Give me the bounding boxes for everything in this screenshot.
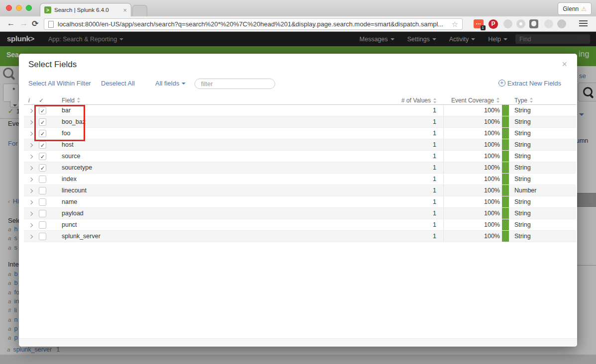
select-fields-modal: Select Fields × Select All Within Filter… [19,54,577,347]
table-row: ✓ splunk_server 1 100% String [24,231,576,242]
header-type[interactable]: Type [511,97,576,104]
table-row: ✓ index 1 100% String [24,174,576,185]
browser-profile-button[interactable]: Glenn ⚠ [558,2,592,15]
window-close-button[interactable] [6,5,12,11]
window-zoom-button[interactable] [26,5,32,11]
field-num-values: 1 [379,185,444,196]
coverage-bar [502,196,509,207]
field-checkbox[interactable]: ✓ [37,232,54,240]
field-name: index [54,176,379,182]
table-row: ✓ payload 1 100% String [24,208,576,219]
field-event-coverage: 100% [444,130,501,137]
extension-icon[interactable] [516,19,525,28]
field-num-values: 1 [379,174,444,184]
extension-icon[interactable] [529,19,538,28]
coverage-bar [502,219,509,230]
chevron-down-icon [182,83,186,85]
expand-row-button[interactable] [24,176,37,182]
table-row: ✓ linecount 1 100% Number [24,185,576,196]
browser-tab[interactable]: > Search | Splunk 6.4.0 × [40,3,131,16]
refresh-button[interactable]: ⟳ [32,19,38,28]
deselect-all-link[interactable]: Deselect All [101,80,135,87]
extension-icon[interactable] [544,19,553,28]
field-type: String [511,118,576,125]
field-type: String [511,130,576,137]
field-checkbox[interactable]: ✓ [37,152,54,160]
forward-button[interactable]: → [20,19,28,28]
header-event-coverage[interactable]: Event Coverage [444,97,501,104]
coverage-bar [502,185,509,196]
header-field[interactable]: Field [54,97,379,104]
field-event-coverage: 100% [444,198,501,205]
chevron-right-icon [28,212,32,216]
modal-footer [19,338,577,347]
sort-icon [497,97,500,103]
expand-row-button[interactable] [24,233,37,240]
header-num-values[interactable]: # of Values [379,96,444,104]
field-num-values: 1 [379,139,444,150]
modal-close-icon[interactable]: × [562,60,567,69]
warning-icon: ⚠ [581,5,587,12]
coverage-bar [502,208,509,219]
field-checkbox[interactable]: ✓ [37,198,54,205]
browser-menu-icon[interactable] [579,20,588,27]
expand-row-button[interactable] [24,164,37,171]
field-event-coverage: 100% [444,107,501,114]
field-name: splunk_server [54,233,379,240]
field-num-values: 1 [379,196,444,207]
extension-icon[interactable] [503,19,512,28]
expand-row-button[interactable] [24,221,37,228]
back-button[interactable]: ← [7,19,15,28]
chat-extension-glyph: ••• [476,22,481,25]
field-event-coverage: 100% [444,153,501,160]
field-name: source [54,153,379,160]
field-num-values: 1 [379,162,444,173]
chevron-right-icon [28,223,32,227]
window-minimize-button[interactable] [16,5,22,11]
coverage-bar [502,162,509,173]
coverage-bar [502,116,509,127]
field-checkbox[interactable]: ✓ [37,175,54,182]
field-type: String [511,107,576,114]
table-row: ✓ boo_baz 1 100% String [24,116,576,128]
table-row: ✓ source 1 100% String [24,151,576,162]
field-checkbox[interactable]: ✓ [37,164,54,171]
expand-row-button[interactable] [24,198,37,205]
expand-row-button[interactable] [24,210,37,217]
coverage-bar [502,128,509,139]
field-event-coverage: 100% [444,141,501,148]
address-bar[interactable]: localhost:8000/en-US/app/search/search?q… [44,18,463,30]
tab-close-icon[interactable]: × [123,6,127,14]
chevron-right-icon [28,109,32,113]
expand-row-button[interactable] [24,141,37,148]
field-checkbox[interactable]: ✓ [37,221,54,228]
field-checkbox[interactable]: ✓ [37,186,54,194]
chat-extension-icon[interactable]: ••• 1 [474,19,484,28]
filter-input[interactable] [195,79,275,89]
field-checkbox[interactable]: ✓ [37,141,54,148]
field-type: String [511,141,576,148]
extension-icon[interactable] [557,19,566,28]
page-icon [48,21,54,28]
field-type: String [511,153,576,160]
expand-row-button[interactable] [24,187,37,194]
pinterest-extension-icon[interactable]: P [489,19,498,29]
extract-new-fields-link[interactable]: Extract New Fields [498,80,561,87]
fields-table-header: i ✓ Field # of Values Event Coverage Typ… [24,96,576,105]
chevron-right-icon [28,120,32,124]
profile-name: Glenn [563,5,579,12]
field-event-coverage: 100% [444,164,501,171]
table-row: ✓ host 1 100% String [24,139,576,151]
bookmark-star-icon[interactable]: ☆ [452,20,458,29]
select-all-within-filter-link[interactable]: Select All Within Filter [28,80,91,87]
coverage-bar [502,105,509,116]
chevron-right-icon [28,155,32,159]
expand-row-button[interactable] [24,153,37,160]
field-name: sourcetype [54,164,379,171]
field-checkbox[interactable]: ✓ [37,209,54,217]
fields-filter-dropdown[interactable]: All fields [155,80,186,87]
new-tab-button[interactable] [132,5,147,16]
coverage-bar [502,174,509,184]
splunk-favicon: > [44,6,51,13]
header-info: i [24,97,37,104]
